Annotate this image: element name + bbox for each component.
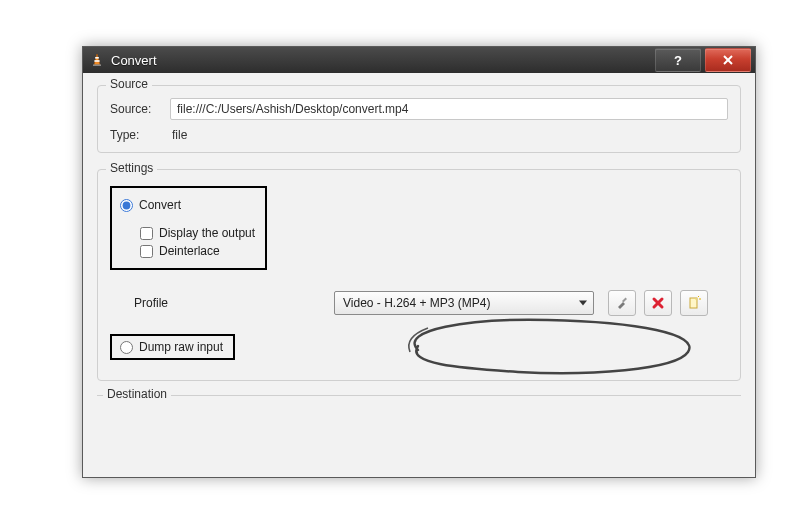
- convert-radio[interactable]: [120, 199, 133, 212]
- window-controls: ?: [651, 47, 751, 73]
- window-title: Convert: [111, 53, 157, 68]
- source-label: Source:: [110, 102, 170, 116]
- edit-profile-button[interactable]: [608, 290, 636, 316]
- dialog-body: Source Source: Type: file Settings: [83, 73, 755, 477]
- source-input[interactable]: [170, 98, 728, 120]
- deinterlace-row[interactable]: Deinterlace: [140, 244, 255, 258]
- type-label: Type:: [110, 128, 170, 142]
- convert-radio-row[interactable]: Convert: [120, 198, 255, 212]
- titlebar: Convert ?: [83, 47, 755, 73]
- dump-raw-row[interactable]: Dump raw input: [120, 340, 223, 354]
- source-groupbox: Source Source: Type: file: [97, 85, 741, 153]
- annotation-dump-box: Dump raw input: [110, 334, 235, 360]
- help-icon: ?: [674, 53, 682, 68]
- delete-icon: [651, 296, 665, 310]
- deinterlace-checkbox[interactable]: [140, 245, 153, 258]
- chevron-down-icon: [579, 301, 587, 306]
- new-document-icon: [687, 296, 701, 310]
- tools-icon: [615, 296, 629, 310]
- svg-rect-3: [93, 64, 101, 66]
- profile-dropdown[interactable]: Video - H.264 + MP3 (MP4): [334, 291, 594, 315]
- display-output-label: Display the output: [159, 226, 255, 240]
- profile-row: Profile Video - H.264 + MP3 (MP4): [110, 290, 728, 316]
- close-icon: [722, 55, 734, 65]
- annotation-ellipse: [388, 312, 708, 382]
- close-button[interactable]: [705, 48, 751, 72]
- convert-radio-label: Convert: [139, 198, 181, 212]
- display-output-row[interactable]: Display the output: [140, 226, 255, 240]
- destination-legend: Destination: [103, 387, 171, 401]
- svg-line-11: [698, 296, 700, 297]
- dump-raw-radio[interactable]: [120, 341, 133, 354]
- dialog-window: Convert ? Source Source:: [82, 46, 756, 478]
- dump-raw-label: Dump raw input: [139, 340, 223, 354]
- svg-rect-2: [94, 60, 99, 62]
- source-legend: Source: [106, 77, 152, 91]
- source-row: Source:: [110, 98, 728, 120]
- type-value: file: [170, 128, 187, 142]
- svg-rect-1: [95, 57, 99, 59]
- display-output-checkbox[interactable]: [140, 227, 153, 240]
- vlc-cone-icon: [89, 52, 105, 68]
- profile-label: Profile: [134, 296, 224, 310]
- settings-groupbox: Settings Convert Display the output: [97, 169, 741, 381]
- delete-profile-button[interactable]: [644, 290, 672, 316]
- annotation-convert-box: Convert Display the output Deinterlace: [110, 186, 267, 270]
- deinterlace-label: Deinterlace: [159, 244, 220, 258]
- settings-legend: Settings: [106, 161, 157, 175]
- type-row: Type: file: [110, 128, 728, 142]
- svg-marker-0: [94, 54, 100, 65]
- new-profile-button[interactable]: [680, 290, 708, 316]
- profile-selected-value: Video - H.264 + MP3 (MP4): [343, 296, 491, 310]
- help-button[interactable]: ?: [655, 48, 701, 72]
- svg-rect-6: [622, 298, 627, 303]
